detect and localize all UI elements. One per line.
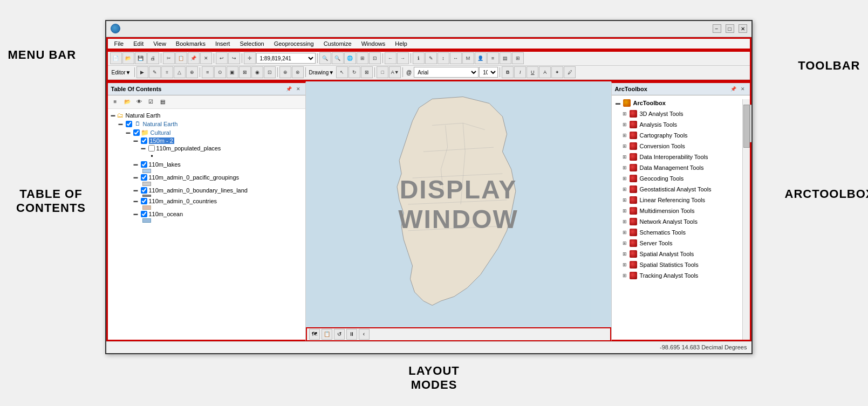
toolbox-item-3d-analyst[interactable]: ⊞ 3D Analyst Tools bbox=[612, 108, 750, 119]
tb-zoom-in[interactable]: 🔍 bbox=[319, 52, 331, 64]
toolbox-scrollbar[interactable] bbox=[742, 99, 750, 340]
tb-e2[interactable]: ✎ bbox=[149, 66, 161, 78]
toolbox-scroll-thumb[interactable] bbox=[743, 105, 750, 148]
toc-list-by-source[interactable]: 📂 bbox=[122, 97, 133, 107]
toolbox-item-tracking-analyst[interactable]: ⊞ Tracking Analyst Tools bbox=[612, 270, 750, 281]
tb-delete[interactable]: ✕ bbox=[200, 52, 212, 64]
tb-e11[interactable]: ⊡ bbox=[264, 66, 276, 78]
toc-layer-ocean[interactable]: ▬ 110m_ocean bbox=[108, 210, 305, 218]
close-button[interactable]: ✕ bbox=[739, 24, 747, 33]
scale-input[interactable]: 1:89,819,241 bbox=[256, 53, 316, 64]
tb-save[interactable]: 💾 bbox=[135, 52, 147, 64]
toolbox-item-geocoding[interactable]: ⊞ Geocoding Tools bbox=[612, 173, 750, 184]
tb-m2[interactable]: ↕ bbox=[438, 52, 449, 64]
toc-checkbox-pp[interactable] bbox=[148, 145, 155, 152]
toc-checkbox-cultural[interactable] bbox=[133, 129, 140, 136]
tb-snap2[interactable]: ⊗ bbox=[292, 66, 304, 78]
toc-layer-countries[interactable]: ▬ 110m_admin_0_countries bbox=[108, 197, 305, 205]
tb-new[interactable]: 📄 bbox=[110, 52, 122, 64]
tb-e8[interactable]: ▣ bbox=[227, 66, 238, 78]
menu-bookmarks[interactable]: Bookmarks bbox=[172, 39, 210, 48]
toolbox-item-data-interop[interactable]: ⊞ Data Interoperability Tools bbox=[612, 152, 750, 162]
menu-geoprocessing[interactable]: Geoprocessing bbox=[270, 39, 318, 48]
font-selector[interactable]: Arial bbox=[414, 67, 479, 78]
tb-e6[interactable]: ≡ bbox=[202, 66, 214, 78]
toc-list-by-visibility[interactable]: 👁 bbox=[134, 97, 145, 107]
menu-insert[interactable]: Insert bbox=[211, 39, 235, 48]
menu-edit[interactable]: Edit bbox=[129, 39, 148, 48]
tb-draw-rotate[interactable]: ↻ bbox=[348, 66, 360, 78]
toc-checkbox-countries[interactable] bbox=[141, 198, 147, 204]
tb-m8[interactable]: ⊞ bbox=[512, 52, 524, 64]
tb-m4[interactable]: M bbox=[462, 52, 474, 64]
toc-checkbox-ocean[interactable] bbox=[141, 211, 147, 217]
toolbox-pin-button[interactable]: 📌 bbox=[730, 85, 737, 93]
tb-m1[interactable]: ✎ bbox=[425, 52, 437, 64]
toc-layer-cultural[interactable]: ▬ 📁 Cultural bbox=[108, 128, 305, 137]
toc-options[interactable]: ▤ bbox=[158, 97, 168, 107]
tb-m7[interactable]: ▤ bbox=[500, 52, 511, 64]
tb-draw-x[interactable]: ⊠ bbox=[361, 66, 373, 78]
menu-customize[interactable]: Customize bbox=[319, 39, 356, 48]
minimize-button[interactable]: − bbox=[713, 24, 721, 33]
tb-draw-rect[interactable]: □ bbox=[377, 66, 388, 78]
pause-button[interactable]: ⏸ bbox=[346, 329, 357, 340]
tb-bold[interactable]: B bbox=[502, 66, 514, 78]
tb-copy[interactable]: 📋 bbox=[175, 52, 187, 64]
toc-pin-button[interactable]: 📌 bbox=[285, 85, 293, 93]
tb-forward[interactable]: → bbox=[397, 52, 409, 64]
toolbox-root-item[interactable]: ▬ ArcToolbox bbox=[612, 98, 750, 108]
tb-e4[interactable]: △ bbox=[174, 66, 186, 78]
toolbox-item-network-analyst[interactable]: ⊞ Network Analyst Tools bbox=[612, 216, 750, 227]
tb-b2[interactable]: ⊡ bbox=[369, 52, 381, 64]
toolbox-item-spatial-analyst[interactable]: ⊞ Spatial Analyst Tools bbox=[612, 249, 750, 259]
toolbox-search-tab[interactable]: Search bbox=[750, 105, 751, 142]
toolbox-item-spatial-statistics[interactable]: ⊞ Spatial Statistics Tools bbox=[612, 259, 750, 270]
tb-e5[interactable]: ⊕ bbox=[186, 66, 198, 78]
tb-undo[interactable]: ↩ bbox=[216, 52, 228, 64]
toc-checkbox-lakes[interactable] bbox=[141, 161, 147, 168]
tb-m3[interactable]: ↔ bbox=[450, 52, 462, 64]
menu-file[interactable]: File bbox=[110, 39, 128, 48]
toc-layer-natural-earth[interactable]: ▬ 🗒 Natural Earth bbox=[108, 120, 305, 128]
toc-layer-150m[interactable]: ▬ 150m - 2 bbox=[108, 137, 305, 144]
tb-open[interactable]: 📂 bbox=[122, 52, 134, 64]
toolbox-item-geostatistical[interactable]: ⊞ Geostatistical Analyst Tools bbox=[612, 184, 750, 195]
tb-m6[interactable]: ≡ bbox=[487, 52, 499, 64]
toc-checkbox-pacific[interactable] bbox=[141, 174, 147, 181]
tb-e7[interactable]: ⊙ bbox=[214, 66, 226, 78]
tb-line-color[interactable]: 🖊 bbox=[564, 66, 576, 78]
tb-paste[interactable]: 📌 bbox=[188, 52, 200, 64]
tb-font-color[interactable]: A bbox=[539, 66, 551, 78]
tb-e3[interactable]: ⌗ bbox=[161, 66, 173, 78]
map-area[interactable]: DISPLAY WINDOW bbox=[306, 81, 611, 327]
tb-draw-text[interactable]: A▼ bbox=[389, 66, 401, 78]
refresh-button[interactable]: ↺ bbox=[334, 329, 345, 340]
toolbox-item-server[interactable]: ⊞ Server Tools bbox=[612, 238, 750, 249]
toolbox-item-schematics[interactable]: ⊞ Schematics Tools bbox=[612, 227, 750, 238]
toolbox-item-cartography[interactable]: ⊞ Cartography Tools bbox=[612, 130, 750, 141]
toolbox-item-conversion[interactable]: ⊞ Conversion Tools bbox=[612, 141, 750, 152]
tb-snap1[interactable]: ⊕ bbox=[279, 66, 291, 78]
toolbox-item-analysis[interactable]: ⊞ Analysis Tools bbox=[612, 119, 750, 130]
toc-checkbox-ne[interactable] bbox=[126, 121, 132, 127]
tb-zoom-out[interactable]: 🔍 bbox=[332, 52, 344, 64]
menu-windows[interactable]: Windows bbox=[357, 39, 390, 48]
tb-print[interactable]: 🖨 bbox=[147, 52, 159, 64]
tb-underline[interactable]: U bbox=[527, 66, 538, 78]
tb-m5[interactable]: 👤 bbox=[475, 52, 487, 64]
toc-list-by-selection[interactable]: ☑ bbox=[146, 97, 156, 107]
tb-identify[interactable]: ℹ bbox=[413, 52, 425, 64]
tb-zoom-full[interactable]: 🌐 bbox=[344, 52, 356, 64]
menu-view[interactable]: View bbox=[149, 39, 170, 48]
toc-layer-lakes[interactable]: ▬ 110m_lakes bbox=[108, 161, 305, 168]
toc-close-button[interactable]: ✕ bbox=[295, 85, 302, 93]
tb-pan[interactable]: ✛ bbox=[244, 52, 256, 64]
tb-e10[interactable]: ◉ bbox=[251, 66, 263, 78]
back-nav-button[interactable]: ‹ bbox=[359, 329, 370, 340]
toc-checkbox-150m[interactable] bbox=[141, 137, 147, 144]
tb-highlight[interactable]: ✦ bbox=[551, 66, 563, 78]
tb-b1[interactable]: ⊞ bbox=[357, 52, 368, 64]
toolbox-item-multidimension[interactable]: ⊞ Multidimension Tools bbox=[612, 205, 750, 216]
toolbox-item-data-management[interactable]: ⊞ Data Management Tools bbox=[612, 162, 750, 173]
